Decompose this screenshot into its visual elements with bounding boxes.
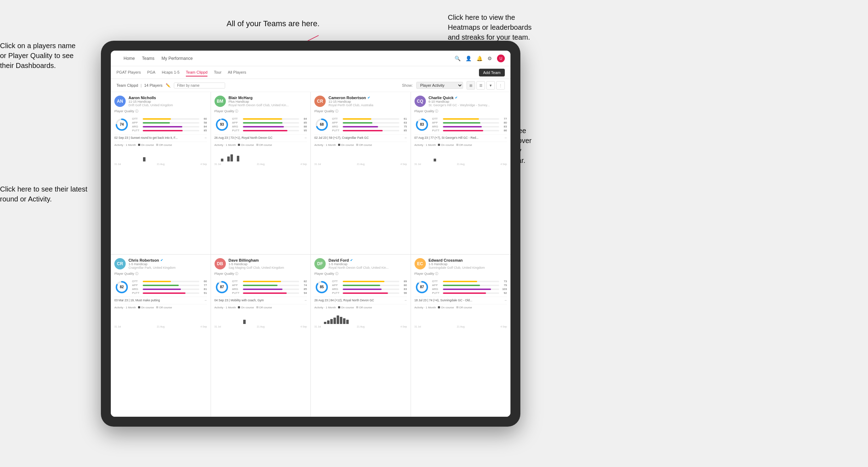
date-end: 4 Sep bbox=[301, 325, 307, 328]
stat-bar bbox=[443, 130, 483, 131]
filter-input[interactable] bbox=[174, 82, 225, 89]
grid-view-button[interactable]: ⊞ bbox=[467, 81, 475, 90]
filter-button[interactable]: ▼ bbox=[486, 81, 495, 90]
date-start: 31 Jul bbox=[314, 325, 321, 328]
sub-nav-team-clippd[interactable]: Team Clippd bbox=[186, 69, 207, 76]
latest-round[interactable]: 18 Jul 23 | 74 (+4), Sunningdale GC - Ol… bbox=[415, 297, 507, 302]
quality-score-circle[interactable]: 87 bbox=[415, 280, 429, 295]
latest-round[interactable]: 07 Aug 23 | 77 (+7), St George's Hill GC… bbox=[415, 134, 507, 139]
show-label: Show: bbox=[402, 83, 413, 87]
player-club: Royal Perth Golf Club, Australia bbox=[329, 103, 407, 107]
add-team-button[interactable]: Add Team bbox=[479, 69, 505, 76]
avatar-icon[interactable]: U bbox=[497, 55, 505, 62]
sub-nav-tour[interactable]: Tour bbox=[214, 69, 221, 76]
latest-round[interactable]: 02 Jul 23 | 59 (+17), Craigmillar Park G… bbox=[314, 134, 407, 139]
date-end: 4 Sep bbox=[301, 163, 307, 165]
sub-nav-hcaps[interactable]: Hcaps 1-5 bbox=[162, 69, 179, 76]
player-quality-section: 93 OTT 84 APP 85 ARG 88 bbox=[215, 117, 307, 132]
bell-icon[interactable]: 🔔 bbox=[476, 56, 482, 61]
quality-stats: OTT 82 APP 74 ARG 85 PUTT 9 bbox=[232, 280, 307, 295]
settings-icon[interactable]: ⚙ bbox=[487, 56, 492, 61]
more-options-button[interactable]: ⋮ bbox=[496, 81, 505, 90]
stat-label: OTT bbox=[132, 280, 141, 283]
player-name[interactable]: Chris Robertson ✔ bbox=[129, 258, 207, 262]
player-card: DF David Ford ✔ 1-5 Handicap Royal North… bbox=[311, 255, 411, 417]
latest-round[interactable]: 26 Aug 23 | 84 (+12), Royal North Devon … bbox=[314, 297, 407, 302]
quality-score-circle[interactable]: 93 bbox=[215, 117, 229, 132]
quality-stats: OTT 60 APP 77 ARG 81 PUTT 9 bbox=[132, 280, 207, 295]
player-name[interactable]: Charlie Quick ✔ bbox=[429, 96, 507, 100]
stat-row: APP 74 bbox=[232, 284, 307, 287]
player-handicap: 1-5 Handicap bbox=[129, 262, 207, 266]
annotation-latest-round: Click here to see their latestround or A… bbox=[0, 184, 87, 204]
stat-label: OTT bbox=[432, 117, 441, 120]
latest-round[interactable]: 02 Sep 23 | Sunset round to get back int… bbox=[114, 134, 207, 139]
player-name[interactable]: David Ford ✔ bbox=[329, 258, 407, 262]
chart-dates: 31 Jul 21 Aug 4 Sep bbox=[114, 325, 207, 328]
stat-row: PUTT 86 bbox=[432, 129, 507, 132]
stat-row: ARG 85 bbox=[232, 287, 307, 291]
player-name[interactable]: Cameron Robertson ✔ bbox=[329, 96, 407, 100]
show-select[interactable]: Player Activity Quality Score Trend bbox=[416, 82, 463, 89]
date-mid: 21 Aug bbox=[157, 325, 165, 328]
player-info: Charlie Quick ✔ 6-10 Handicap St. George… bbox=[429, 96, 507, 107]
player-quality-section: 87 OTT 73 APP 79 ARG 103 bbox=[415, 280, 507, 295]
stat-value: 82 bbox=[301, 280, 307, 283]
stat-value: 83 bbox=[501, 125, 507, 128]
player-header: CR Cameron Robertson ✔ 11-15 Handicap Ro… bbox=[314, 96, 407, 107]
activity-legend: On course Off course bbox=[138, 306, 172, 309]
latest-round[interactable]: 03 Mar 23 | 19, Must make putting → bbox=[114, 297, 207, 302]
latest-round[interactable]: 26 Aug 23 | 73 (+1), Royal North Devon G… bbox=[215, 134, 307, 139]
stat-bar bbox=[243, 118, 282, 120]
quality-label: Player Quality ⓘ bbox=[215, 109, 307, 114]
sub-nav-pgat[interactable]: PGAT Players bbox=[116, 69, 141, 76]
chart-dates: 31 Jul 21 Aug 4 Sep bbox=[415, 163, 507, 165]
player-quality-section: 74 OTT 60 APP 58 ARG 84 bbox=[114, 117, 207, 132]
ipad-frame: Home Teams My Performance 🔍 👤 🔔 ⚙ U PGAT… bbox=[101, 41, 520, 427]
stat-row: OTT 82 bbox=[232, 280, 307, 283]
player-quality-section: 83 OTT 77 APP 80 ARG 83 bbox=[415, 117, 507, 132]
stat-bar-container bbox=[443, 285, 499, 286]
quality-score-circle[interactable]: 82 bbox=[114, 280, 129, 295]
nav-link-performance[interactable]: My Performance bbox=[161, 55, 193, 62]
player-name[interactable]: Aaron Nicholls bbox=[129, 96, 207, 100]
user-icon[interactable]: 👤 bbox=[466, 56, 472, 61]
stat-bar-container bbox=[343, 118, 399, 120]
player-info: Dave Billingham 1-5 Handicap Sag Maging … bbox=[229, 258, 307, 269]
player-name[interactable]: Edward Crossman bbox=[429, 258, 507, 262]
activity-legend: On course Off course bbox=[138, 143, 172, 147]
sub-nav-pga[interactable]: PGA bbox=[147, 69, 155, 76]
quality-score-circle[interactable]: 87 bbox=[215, 280, 229, 295]
date-start: 31 Jul bbox=[415, 325, 421, 328]
activity-chart bbox=[215, 311, 307, 325]
search-icon[interactable]: 🔍 bbox=[455, 56, 461, 61]
player-card: DB Dave Billingham 1-5 Handicap Sag Magi… bbox=[211, 255, 311, 417]
quality-score-circle[interactable]: 74 bbox=[114, 117, 129, 132]
sub-nav-all-players[interactable]: All Players bbox=[228, 69, 246, 76]
activity-legend: On course Off course bbox=[438, 143, 472, 147]
player-name[interactable]: Blair McHarg bbox=[229, 96, 307, 100]
stat-bar-container bbox=[243, 126, 299, 127]
chart-dates: 31 Jul 21 Aug 4 Sep bbox=[114, 163, 207, 165]
player-card: CQ Charlie Quick ✔ 6-10 Handicap St. Geo… bbox=[411, 92, 511, 254]
stat-label: PUTT bbox=[432, 291, 441, 295]
quality-stats: OTT 61 APP 63 ARG 75 PUTT 8 bbox=[332, 117, 407, 132]
quality-label: Player Quality ⓘ bbox=[314, 109, 407, 114]
nav-link-home[interactable]: Home bbox=[124, 55, 135, 62]
player-name[interactable]: Dave Billingham bbox=[229, 258, 307, 262]
stat-value: 74 bbox=[301, 284, 307, 287]
stat-bar bbox=[243, 126, 284, 127]
quality-score-circle[interactable]: 83 bbox=[415, 117, 429, 132]
activity-label: Activity · 1 Month On course Off course bbox=[114, 306, 207, 309]
nav-link-teams[interactable]: Teams bbox=[142, 55, 154, 62]
stat-value: 79 bbox=[501, 284, 507, 287]
stat-value: 84 bbox=[201, 125, 207, 128]
quality-score-circle[interactable]: 68 bbox=[314, 117, 329, 132]
sub-nav-links: PGAT Players PGA Hcaps 1-5 Team Clippd T… bbox=[116, 69, 246, 76]
stat-bar bbox=[443, 122, 480, 124]
quality-score-circle[interactable]: 85 bbox=[314, 280, 329, 295]
off-course-legend: Off course bbox=[256, 306, 272, 309]
list-view-button[interactable]: ☰ bbox=[476, 81, 485, 90]
player-count: 14 Players bbox=[144, 83, 162, 87]
latest-round[interactable]: 04 Sep 23 | Mobility with coach, Gym → bbox=[215, 297, 307, 302]
